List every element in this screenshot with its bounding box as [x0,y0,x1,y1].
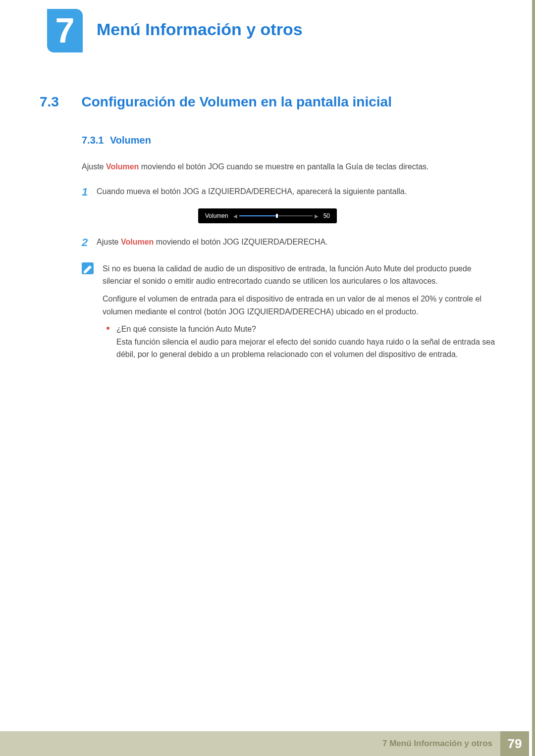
step-2-text: Ajuste Volumen moviendo el botón JOG IZQ… [97,236,328,249]
chapter-number: 7 [55,13,75,48]
arrow-right-icon: ▶ [315,213,319,219]
note-block: Si no es buena la calidad de audio de un… [82,262,495,361]
note-bullet-question: ¿En qué consiste la función Auto Mute? [116,323,495,336]
step-2-emph: Volumen [121,238,154,246]
note-bullet: ¿En qué consiste la función Auto Mute? E… [103,323,495,361]
slider-track [239,215,313,216]
intro-suffix: moviendo el botón JOG cuando se muestre … [139,162,428,171]
note-bullet-answer: Esta función silencia el audio para mejo… [116,336,495,361]
step-1-text: Cuando mueva el botón JOG a IZQUIERDA/DE… [97,186,407,199]
footer-page-number: 79 [500,731,529,756]
subsection-heading: 7.3.1 Volumen [82,135,495,146]
osd-label: Volumen [205,212,228,219]
slider-knob [276,214,278,218]
bullet-dot-icon [107,327,109,330]
note-paragraph-2: Configure el volumen de entrada para el … [103,293,495,318]
note-icon [82,262,94,274]
step-2-prefix: Ajuste [97,238,121,246]
note-body: Si no es buena la calidad de audio de un… [103,262,495,361]
note-paragraph-1: Si no es buena la calidad de audio de un… [103,262,495,288]
osd-slider: ◀ ▶ [233,213,319,219]
arrow-left-icon: ◀ [233,213,237,219]
page-footer: 7 Menú Información y otros 79 [0,731,529,756]
section-heading: 7.3 Configuración de Volumen en la panta… [40,94,495,110]
section-number: 7.3 [40,94,79,110]
intro-emph: Volumen [106,162,139,171]
step-2-suffix: moviendo el botón JOG IZQUIERDA/DERECHA. [154,238,327,246]
chapter-title: Menú Información y otros [97,20,303,39]
subsection-number: 7.3.1 [82,135,104,146]
note-bullet-text: ¿En qué consiste la función Auto Mute? E… [116,323,495,361]
intro-prefix: Ajuste [82,162,106,171]
intro-paragraph: Ajuste Volumen moviendo el botón JOG cua… [82,161,495,173]
osd-value: 50 [323,212,330,219]
footer-chapter-title: 7 Menú Información y otros [382,731,500,756]
step-1: 1 Cuando mueva el botón JOG a IZQUIERDA/… [82,186,495,199]
osd-volume-overlay: Volumen ◀ ▶ 50 [198,208,337,223]
slider-fill [239,215,276,216]
step-2-number: 2 [82,236,97,249]
section-title: Configuración de Volumen en la pantalla … [81,94,391,109]
subsection-title: Volumen [110,135,151,146]
chapter-number-tab: 7 [47,9,83,52]
step-2: 2 Ajuste Volumen moviendo el botón JOG I… [82,236,495,249]
step-1-number: 1 [82,186,97,199]
